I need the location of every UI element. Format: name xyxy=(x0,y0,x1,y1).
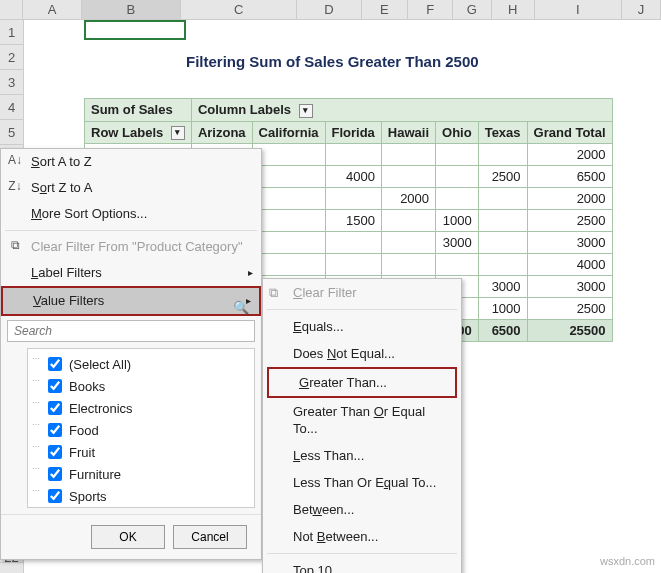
row-labels-filter-button[interactable]: ▾ xyxy=(171,126,185,140)
data-cell[interactable] xyxy=(436,188,479,210)
col-header-d[interactable]: D xyxy=(297,0,361,19)
col-hawaii[interactable]: Hawaii xyxy=(381,121,435,144)
check-item[interactable]: Fruit xyxy=(32,441,250,463)
data-cell[interactable]: 6500 xyxy=(527,166,612,188)
filter-checklist[interactable]: (Select All)BooksElectronicsFoodFruitFur… xyxy=(27,348,255,508)
check-box[interactable] xyxy=(48,401,62,415)
data-cell[interactable]: 2500 xyxy=(527,210,612,232)
data-cell[interactable]: 2000 xyxy=(381,188,435,210)
col-header-h[interactable]: H xyxy=(492,0,535,19)
more-sort-options[interactable]: More Sort Options... xyxy=(1,201,261,227)
sort-a-to-z[interactable]: A↓ Sort A to Z xyxy=(1,149,261,175)
row-header-2[interactable]: 2 xyxy=(0,45,23,70)
data-cell[interactable] xyxy=(252,188,325,210)
col-header-b[interactable]: B xyxy=(82,0,181,19)
data-cell[interactable]: 3000 xyxy=(478,276,527,298)
data-cell[interactable] xyxy=(436,254,479,276)
check-item[interactable]: Furniture xyxy=(32,463,250,485)
data-cell[interactable] xyxy=(252,254,325,276)
data-cell[interactable]: 2500 xyxy=(478,166,527,188)
data-cell[interactable] xyxy=(436,166,479,188)
search-input[interactable] xyxy=(7,320,255,342)
check-item[interactable]: Food xyxy=(32,419,250,441)
data-cell[interactable]: 4000 xyxy=(527,254,612,276)
data-cell[interactable] xyxy=(252,232,325,254)
col-header-i[interactable]: I xyxy=(535,0,622,19)
data-cell[interactable]: 1000 xyxy=(436,210,479,232)
data-cell[interactable]: 1000 xyxy=(478,298,527,320)
data-cell[interactable]: 6500 xyxy=(478,320,527,342)
data-cell[interactable]: 25500 xyxy=(527,320,612,342)
check-item[interactable]: Toys xyxy=(32,507,250,508)
check-item[interactable]: Electronics xyxy=(32,397,250,419)
row-labels-header[interactable]: Row Labels ▾ xyxy=(85,121,192,144)
value-filters[interactable]: Value Filters ▸ xyxy=(1,286,261,316)
check-box[interactable] xyxy=(48,379,62,393)
col-florida[interactable]: Florida xyxy=(325,121,381,144)
check-box[interactable] xyxy=(48,489,62,503)
col-header-c[interactable]: C xyxy=(181,0,298,19)
check-item[interactable]: (Select All) xyxy=(32,353,250,375)
data-cell[interactable] xyxy=(381,210,435,232)
column-labels-header[interactable]: Column Labels ▾ xyxy=(191,99,612,122)
row-header-4[interactable]: 4 xyxy=(0,95,23,120)
check-item[interactable]: Sports xyxy=(32,485,250,507)
row-header-1[interactable]: 1 xyxy=(0,20,23,45)
col-header-j[interactable]: J xyxy=(622,0,661,19)
col-grand-total[interactable]: Grand Total xyxy=(527,121,612,144)
data-cell[interactable]: 2500 xyxy=(527,298,612,320)
data-cell[interactable] xyxy=(381,144,435,166)
sub-lte[interactable]: Less Than Or Equal To... xyxy=(263,469,461,496)
sort-z-to-a[interactable]: Z↓ Sort Z to A xyxy=(1,175,261,201)
check-box[interactable] xyxy=(48,467,62,481)
data-cell[interactable] xyxy=(252,144,325,166)
col-header-g[interactable]: G xyxy=(453,0,492,19)
data-cell[interactable] xyxy=(252,166,325,188)
sub-top-10[interactable]: Top 10... xyxy=(263,557,461,573)
data-cell[interactable]: 3000 xyxy=(436,232,479,254)
col-header-a[interactable]: A xyxy=(23,0,81,19)
data-cell[interactable] xyxy=(381,166,435,188)
sub-greater-than[interactable]: Greater Than... xyxy=(267,367,457,398)
data-cell[interactable]: 1500 xyxy=(325,210,381,232)
col-header-f[interactable]: F xyxy=(408,0,453,19)
sub-not-between[interactable]: Not Between... xyxy=(263,523,461,550)
data-cell[interactable]: 2000 xyxy=(527,188,612,210)
col-header-e[interactable]: E xyxy=(362,0,409,19)
data-cell[interactable]: 3000 xyxy=(527,276,612,298)
data-cell[interactable] xyxy=(381,254,435,276)
check-box[interactable] xyxy=(48,423,62,437)
data-cell[interactable] xyxy=(478,232,527,254)
data-cell[interactable] xyxy=(478,188,527,210)
sub-equals[interactable]: Equals... xyxy=(263,313,461,340)
sub-less-than[interactable]: Less Than... xyxy=(263,442,461,469)
col-ohio[interactable]: Ohio xyxy=(436,121,479,144)
row-header-3[interactable]: 3 xyxy=(0,70,23,95)
data-cell[interactable] xyxy=(478,254,527,276)
col-arizona[interactable]: Arizona xyxy=(191,121,252,144)
ok-button[interactable]: OK xyxy=(91,525,165,549)
data-cell[interactable] xyxy=(325,232,381,254)
data-cell[interactable] xyxy=(252,210,325,232)
data-cell[interactable]: 3000 xyxy=(527,232,612,254)
select-all-cell[interactable] xyxy=(0,0,23,19)
data-cell[interactable] xyxy=(325,254,381,276)
data-cell[interactable] xyxy=(325,144,381,166)
sub-between[interactable]: Between... xyxy=(263,496,461,523)
sub-gte[interactable]: Greater Than Or Equal To... xyxy=(263,398,461,442)
row-header-5[interactable]: 5 xyxy=(0,120,23,145)
data-cell[interactable] xyxy=(436,144,479,166)
sub-does-not-equal[interactable]: Does Not Equal... xyxy=(263,340,461,367)
cancel-button[interactable]: Cancel xyxy=(173,525,247,549)
data-cell[interactable]: 2000 xyxy=(527,144,612,166)
data-cell[interactable] xyxy=(325,188,381,210)
data-cell[interactable] xyxy=(478,210,527,232)
data-cell[interactable] xyxy=(478,144,527,166)
check-box[interactable] xyxy=(48,357,62,371)
label-filters[interactable]: Label Filters ▸ xyxy=(1,260,261,286)
check-box[interactable] xyxy=(48,445,62,459)
col-texas[interactable]: Texas xyxy=(478,121,527,144)
col-california[interactable]: California xyxy=(252,121,325,144)
check-item[interactable]: Books xyxy=(32,375,250,397)
data-cell[interactable]: 4000 xyxy=(325,166,381,188)
